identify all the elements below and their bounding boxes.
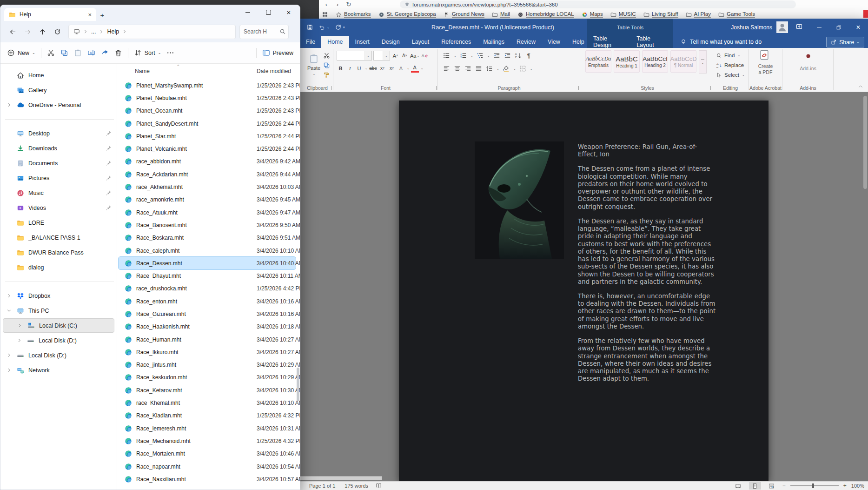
file-row-race-haakonish-mht[interactable]: Race_Haakonish.mht3/4/2026 10:18 AM [119,321,296,333]
browser-forward-button[interactable]: › [333,1,342,8]
grow-font-button[interactable]: A˄ [391,51,399,60]
close-button[interactable]: × [278,5,299,19]
find-button[interactable]: Find⌄ [716,51,740,60]
file-row-race-atuuk-mht[interactable]: Race_Atuuk.mht3/4/2026 9:47 AM [119,206,296,219]
shading-button[interactable] [502,64,510,73]
expand-chevron[interactable] [16,338,23,343]
justify-button[interactable] [475,64,483,73]
file-row-race-naxxilian-mht[interactable]: Race_Naxxilian.mht3/4/2026 10:57 AM [119,473,296,485]
avatar[interactable] [776,21,788,33]
proofing-status-icon[interactable] [376,483,382,490]
sidebar-item-local-disk-d[interactable]: Local Disk (D:) [3,333,114,348]
new-tab-button[interactable]: + [96,9,108,21]
expand-chevron[interactable] [6,293,13,298]
addins-button[interactable] [804,52,812,60]
up-button[interactable] [35,24,50,39]
column-date-modified[interactable]: Date modified [257,68,291,74]
file-row-planet-ocean-mht[interactable]: Planet_Ocean.mht1/25/2026 2:43 PM [119,105,296,117]
file-row-race-ackdarian-mht[interactable]: Race_Ackdarian.mht3/4/2026 9:44 AM [119,168,296,181]
tell-me-box[interactable]: Tell me what you want to do [680,36,762,48]
breadcrumb-ellipsis[interactable]: ... [91,28,96,35]
align-center-button[interactable] [453,64,461,73]
browser-reload-button[interactable]: ↻ [344,1,353,8]
sidebar-item-dialog[interactable]: dialog [3,260,114,275]
show-marks-button[interactable]: ¶ [525,51,533,60]
style-heading-2[interactable]: AaBbCcIHeading 2 [642,50,668,73]
decrease-indent-button[interactable] [493,51,501,60]
bookmark-ground-news[interactable]: Ground News [444,11,484,18]
zoom-out-button[interactable]: − [782,483,786,489]
zoom-level[interactable]: 100% [851,483,864,489]
tab-view[interactable]: View [542,36,566,48]
page-indicator[interactable]: Page 1 of 1 [309,483,335,489]
tab-mailings[interactable]: Mailings [477,36,510,48]
file-row-race-keskudon-mht[interactable]: Race_keskudon.mht3/4/2026 10:29 AM [119,371,296,384]
text-effects-button[interactable]: A [397,64,405,73]
change-case-button[interactable]: Aa⌄ [410,51,419,60]
more-options-button[interactable] [166,49,174,57]
bookmark-maps[interactable]: Maps [582,11,603,18]
expand-chevron[interactable] [6,102,13,107]
print-layout-button[interactable] [749,482,761,490]
tab-insert[interactable]: Insert [349,36,376,48]
file-row-race-ikkuro-mht[interactable]: Race_Ikkuro.mht3/4/2026 10:27 AM [119,346,296,358]
file-row-planet-sandydesert-mht[interactable]: Planet_SandyDesert.mht1/25/2026 2:44 PM [119,117,296,130]
sidebar-item-dwur-balance-pass[interactable]: DWUR Balance Pass [3,245,114,260]
sort-button[interactable]: Sort ⌄ [134,49,161,57]
rename-button[interactable]: A [87,49,95,57]
select-button[interactable]: Select⌄ [716,70,745,80]
font-color-button[interactable]: A [411,64,419,73]
minimize-button[interactable] [238,5,258,19]
styles-more-button[interactable]: ⌄ [699,50,707,74]
bookmark-mail[interactable]: Mail [492,11,510,18]
sidebar-item-lore[interactable]: LORE [3,215,114,230]
sidebar-item-network[interactable]: Network [3,363,114,377]
sidebar-item-onedrive-personal[interactable]: OneDrive - Personal [3,98,114,112]
sidebar-item-pictures[interactable]: Pictures [3,171,114,185]
collapse-ribbon-icon[interactable] [858,84,863,89]
paragraph-dialog-launcher[interactable] [575,86,579,90]
superscript-button[interactable]: x2 [388,64,396,73]
style-emphasis[interactable]: AaBbCcDaEmphasis [585,50,611,73]
site-info-icon[interactable] [404,2,410,7]
paste-button[interactable]: Paste ⌄ [305,50,322,79]
sidebar-item-desktop[interactable]: Desktop [3,126,114,141]
file-row-race-dessen-mht[interactable]: Race_Dessen.mht3/4/2026 10:40 AM [119,257,296,269]
expand-chevron[interactable] [6,353,13,358]
font-name-combo[interactable]: ⌄ [337,51,372,60]
browser-back-button[interactable]: ‹ [322,1,331,8]
sidebar-item-music[interactable]: Music [3,186,114,200]
line-spacing-button[interactable] [485,64,493,73]
zoom-in-button[interactable]: + [843,483,847,489]
align-left-button[interactable] [443,64,451,73]
file-row-race-kiadian-mht[interactable]: Race_Kiadian.mht1/25/2026 4:32 PM [119,409,296,422]
sidebar-item-local-disk-c[interactable]: Local Disk (C:) [3,318,114,333]
back-button[interactable] [5,24,20,39]
web-layout-button[interactable] [766,482,778,490]
clear-formatting-button[interactable]: A [421,51,429,60]
document-text[interactable]: Weapon Preference: Rail Gun, Area-of-Eff… [578,143,717,390]
bold-button[interactable]: B [337,64,345,73]
browser-url[interactable]: forums.matrixgames.com/viewtopic.php?t=3… [412,2,558,7]
forward-button[interactable] [20,24,35,39]
file-row-race-akhemal-mht[interactable]: race_Akhemal.mht3/4/2026 10:03 AM [119,181,296,193]
tab-layout[interactable]: Layout [406,36,436,48]
numbering-button[interactable]: 123 [459,51,467,60]
bullets-button[interactable] [443,51,451,60]
bookmark-music[interactable]: MUSIC [610,11,636,18]
multilevel-list-button[interactable] [476,51,484,60]
breadcrumb[interactable]: ... Help [68,25,236,39]
file-row-race-jintus-mht[interactable]: Race_jintus.mht3/4/2026 10:29 AM [119,359,296,371]
bookmark-bookmarks[interactable]: Bookmarks [336,11,371,18]
tab-design[interactable]: Design [376,36,406,48]
align-right-button[interactable] [464,64,472,73]
sidebar-item-home[interactable]: Home [3,68,114,82]
tab-help[interactable]: Help [566,36,590,48]
file-row-race-gizurean-mht[interactable]: Race_Gizurean.mht3/4/2026 10:16 AM [119,308,296,320]
breadcrumb-folder[interactable]: Help [107,28,119,35]
sidebar-item-documents[interactable]: Documents [3,156,114,170]
delete-button[interactable] [114,49,122,57]
sidebar-item-gallery[interactable]: Gallery [3,83,114,97]
file-row-race-lemeresh-mht[interactable]: Race_lemeresh.mht3/4/2026 10:31 AM [119,422,296,435]
increase-indent-button[interactable] [504,51,511,60]
